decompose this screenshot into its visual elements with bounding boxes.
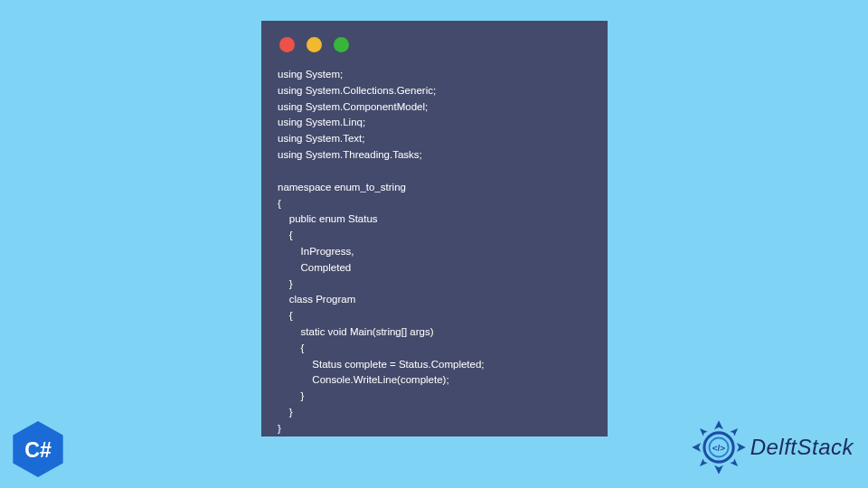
window-controls <box>278 35 591 52</box>
delftstack-label: DelftStack <box>750 435 854 460</box>
code-snippet: using System; using System.Collections.G… <box>278 67 591 437</box>
minimize-icon <box>307 37 322 52</box>
code-window: using System; using System.Collections.G… <box>261 21 608 436</box>
svg-marker-4 <box>736 443 745 452</box>
svg-marker-3 <box>692 443 701 452</box>
csharp-badge: C# <box>13 421 63 477</box>
svg-marker-2 <box>714 465 723 474</box>
svg-marker-6 <box>730 428 738 436</box>
delftstack-emblem-icon: </> <box>691 419 747 475</box>
svg-text:</>: </> <box>712 443 725 453</box>
svg-marker-5 <box>700 428 708 436</box>
svg-marker-7 <box>700 458 708 466</box>
svg-marker-8 <box>730 458 738 466</box>
delftstack-logo: </> DelftStack <box>691 419 854 475</box>
svg-marker-1 <box>714 420 723 429</box>
close-icon <box>279 37 295 52</box>
maximize-icon <box>334 37 349 52</box>
csharp-label: C# <box>24 438 52 462</box>
csharp-hex-icon: C# <box>13 421 63 477</box>
